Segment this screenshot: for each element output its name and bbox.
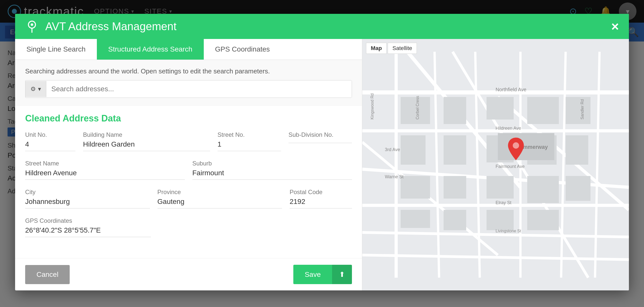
svg-text:3rd Ave: 3rd Ave — [385, 147, 400, 152]
svg-text:Warne St: Warne St — [385, 174, 404, 179]
svg-rect-30 — [566, 97, 590, 124]
search-area: Searching addresses around the world. Op… — [15, 60, 362, 106]
postal-code-label: Postal Code — [290, 189, 352, 196]
province-field: Province Gauteng — [157, 189, 282, 208]
gps-label: GPS Coordinates — [25, 217, 151, 224]
svg-rect-32 — [401, 176, 430, 199]
search-settings-button[interactable]: ⚙ ▾ — [25, 81, 46, 97]
unit-no-value: 4 — [25, 140, 75, 151]
tabs-container: Single Line Search Structured Address Se… — [15, 39, 362, 60]
svg-rect-40 — [527, 210, 559, 230]
svg-rect-24 — [444, 97, 466, 124]
subdivision-value — [289, 140, 352, 143]
svg-rect-25 — [444, 135, 466, 165]
province-label: Province — [157, 189, 282, 196]
map-controls: Map Satellite — [366, 43, 417, 54]
svg-rect-37 — [401, 210, 430, 228]
form-row-4: GPS Coordinates 26°8'40.2"S 28°5'55.7"E — [25, 217, 352, 237]
svg-text:Kingswood Rd: Kingswood Rd — [370, 93, 374, 119]
modal-header: AVT Address Management × — [15, 14, 629, 39]
modal-close-button[interactable]: × — [611, 19, 619, 34]
suburb-label: Suburb — [192, 160, 352, 167]
cancel-button[interactable]: Cancel — [25, 265, 70, 284]
svg-text:Northfield Ave: Northfield Ave — [496, 87, 527, 92]
gps-field: GPS Coordinates 26°8'40.2"S 28°5'55.7"E — [25, 217, 151, 237]
street-no-label: Street No. — [218, 131, 281, 138]
modal-title: AVT Address Management — [45, 20, 611, 33]
subdivision-field: Sub-Division No. — [289, 131, 352, 151]
cleaned-title: Cleaned Address Data — [25, 113, 352, 124]
svg-text:Sandler Rd: Sandler Rd — [580, 99, 584, 119]
form-row-3: City Johannesburg Province Gauteng Posta… — [25, 189, 352, 208]
search-hint: Searching addresses around the world. Op… — [25, 67, 352, 75]
svg-text:Livingstone St: Livingstone St — [496, 229, 521, 233]
suburb-value: Fairmount — [192, 169, 352, 180]
svg-point-4 — [31, 23, 33, 26]
svg-text:Hildreen Ave: Hildreen Ave — [496, 126, 521, 131]
postal-code-value: 2192 — [290, 198, 352, 208]
save-upload-button[interactable]: ⬆ — [332, 265, 352, 284]
building-name-value: Hildreen Garden — [83, 140, 210, 151]
svg-text:Elray St: Elray St — [496, 200, 511, 205]
province-value: Gauteng — [157, 198, 282, 208]
subdivision-label: Sub-Division No. — [289, 131, 352, 138]
svg-rect-35 — [527, 176, 559, 203]
modal-body: Single Line Search Structured Address Se… — [15, 39, 629, 290]
map-view-button[interactable]: Map — [366, 43, 387, 54]
suburb-field: Suburb Fairmount — [192, 160, 352, 180]
building-name-label: Building Name — [83, 131, 210, 138]
tab-structured[interactable]: Structured Address Search — [97, 39, 204, 60]
gear-icon: ⚙ — [30, 85, 36, 93]
svg-rect-26 — [487, 97, 514, 120]
svg-rect-39 — [487, 210, 514, 230]
cleaned-section: Cleaned Address Data Unit No. 4 Building… — [15, 106, 362, 258]
upload-icon: ⬆ — [339, 271, 345, 278]
tab-single-line[interactable]: Single Line Search — [15, 39, 97, 60]
settings-chevron-icon: ▾ — [38, 85, 41, 93]
modal-header-icon — [25, 20, 39, 33]
street-name-value: Hildreen Avenue — [25, 169, 185, 180]
svg-rect-23 — [401, 135, 426, 165]
postal-code-field: Postal Code 2192 — [290, 189, 352, 208]
modal-footer: Cancel Save ⬆ — [15, 258, 362, 290]
svg-text:Corbel Cress: Corbel Cress — [415, 96, 420, 119]
tab-gps[interactable]: GPS Coordinates — [204, 39, 281, 60]
gps-value: 26°8'40.2"S 28°5'55.7"E — [25, 226, 151, 237]
city-label: City — [25, 189, 150, 196]
city-field: City Johannesburg — [25, 189, 150, 208]
save-button[interactable]: Save — [293, 265, 332, 284]
svg-rect-28 — [527, 97, 559, 124]
svg-point-54 — [513, 142, 519, 149]
street-no-field: Street No. 1 — [218, 131, 281, 151]
svg-text:Fairmount Ave: Fairmount Ave — [496, 164, 525, 169]
city-value: Johannesburg — [25, 198, 150, 208]
satellite-view-button[interactable]: Satellite — [388, 43, 417, 54]
unit-no-label: Unit No. — [25, 131, 75, 138]
building-name-field: Building Name Hildreen Garden — [83, 131, 210, 151]
svg-rect-34 — [487, 176, 514, 199]
svg-rect-38 — [444, 210, 466, 230]
unit-no-field: Unit No. 4 — [25, 131, 75, 151]
right-panel: Map Satellite — [362, 39, 629, 290]
street-name-label: Street Name — [25, 160, 185, 167]
form-row-2: Street Name Hildreen Avenue Suburb Fairm… — [25, 160, 352, 180]
search-input-row: ⚙ ▾ — [25, 80, 352, 98]
modal: AVT Address Management × Single Line Sea… — [15, 14, 629, 290]
save-button-group: Save ⬆ — [293, 265, 352, 284]
left-panel: Single Line Search Structured Address Se… — [15, 39, 362, 290]
svg-rect-36 — [566, 176, 590, 201]
street-name-field: Street Name Hildreen Avenue — [25, 160, 185, 180]
street-no-value: 1 — [218, 140, 281, 151]
svg-rect-31 — [566, 135, 588, 165]
map-display: Northfield Ave Hildreen Ave Fairmount Av… — [362, 39, 629, 290]
form-row-1: Unit No. 4 Building Name Hildreen Garden… — [25, 131, 352, 151]
svg-rect-33 — [444, 176, 466, 199]
search-input[interactable] — [46, 80, 352, 98]
